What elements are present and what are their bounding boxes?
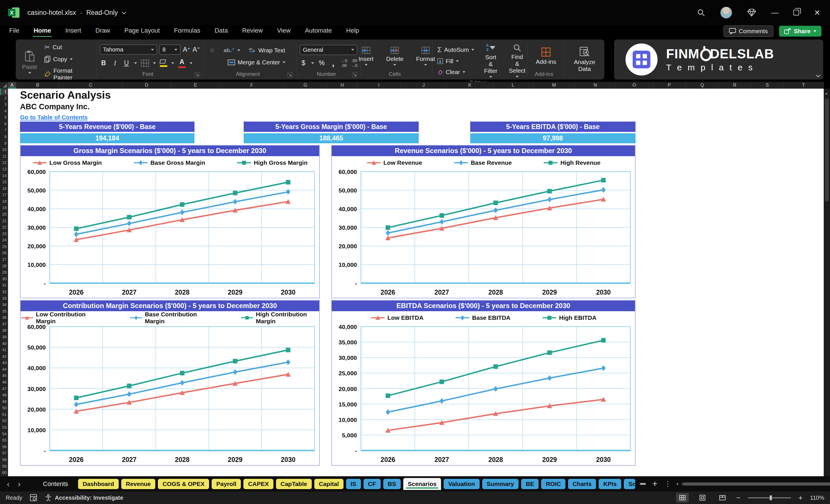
- sheet-tab-payroll[interactable]: Payroll: [212, 479, 241, 489]
- row-header-30[interactable]: 30: [0, 276, 8, 283]
- vertical-scrollbar[interactable]: [824, 89, 830, 476]
- row-header-59[interactable]: 59: [0, 463, 8, 470]
- menu-automate[interactable]: Automate: [304, 26, 332, 37]
- new-sheet-button[interactable]: +: [650, 478, 660, 489]
- fill-button[interactable]: Fill: [436, 57, 475, 65]
- row-header-9[interactable]: 9: [0, 140, 8, 147]
- menu-view[interactable]: View: [277, 26, 291, 37]
- format-painter-button[interactable]: Format Painter: [43, 66, 93, 82]
- column-header-O[interactable]: O: [616, 82, 653, 88]
- chevron-down-icon[interactable]: [122, 10, 126, 14]
- underline-dropdown-icon[interactable]: [134, 62, 137, 64]
- sheet-tab-cogs-opex[interactable]: COGS & OPEX: [158, 479, 209, 489]
- font-dialog-launcher[interactable]: ↘: [195, 72, 200, 77]
- horizontal-scroll-thumb[interactable]: [683, 482, 830, 485]
- row-header-18[interactable]: 18: [0, 198, 8, 205]
- sheet-tab-bs[interactable]: BS: [383, 479, 401, 489]
- gem-icon[interactable]: [747, 8, 756, 17]
- analyze-data-button[interactable]: Analyze Data: [571, 45, 598, 73]
- row-header-56[interactable]: 56: [0, 444, 8, 450]
- row-header-2[interactable]: 2: [0, 95, 8, 102]
- zoom-slider[interactable]: [748, 497, 791, 498]
- increase-decimal-button[interactable]: ←0 .00: [341, 58, 347, 67]
- zoom-slider-thumb[interactable]: [770, 496, 772, 500]
- sheet-tab-kpis[interactable]: KPIs: [599, 479, 621, 489]
- more-sheets-button[interactable]: •••: [638, 480, 647, 488]
- column-header-M[interactable]: M: [533, 82, 575, 88]
- sort-filter-button[interactable]: A Z Sort & Filter: [481, 42, 500, 79]
- row-header-60[interactable]: 60: [0, 470, 8, 476]
- number-dialog-launcher[interactable]: ↘: [352, 72, 357, 77]
- row-header-32[interactable]: 32: [0, 289, 8, 295]
- worksheet-canvas[interactable]: Scenario Analysis ABC Company Inc. Go to…: [8, 89, 824, 476]
- row-header-50[interactable]: 50: [0, 405, 8, 412]
- menu-data[interactable]: Data: [214, 26, 228, 37]
- sheet-tab-capex[interactable]: CAPEX: [244, 479, 273, 489]
- wrap-text-button[interactable]: ab Wrap Text: [248, 46, 286, 55]
- row-header-7[interactable]: 7: [0, 127, 8, 134]
- column-header-D[interactable]: D: [122, 82, 171, 88]
- row-header-29[interactable]: 29: [0, 270, 8, 276]
- autosum-button[interactable]: Σ AutoSum: [436, 45, 475, 55]
- number-format-select[interactable]: General: [300, 45, 357, 55]
- column-header-Q[interactable]: Q: [686, 82, 719, 88]
- user-avatar[interactable]: [720, 7, 732, 19]
- sheet-tab-is[interactable]: IS: [346, 479, 361, 489]
- vertical-scroll-thumb[interactable]: [825, 98, 829, 201]
- menu-insert[interactable]: Insert: [65, 26, 82, 37]
- row-header-57[interactable]: 57: [0, 450, 8, 457]
- row-header-25[interactable]: 25: [0, 244, 8, 250]
- chart-panel[interactable]: Revenue Scenarios ($'000) - 5 years to D…: [331, 145, 636, 298]
- sheet-tab-cf[interactable]: CF: [363, 479, 381, 489]
- column-header-P[interactable]: P: [653, 82, 686, 88]
- row-header-47[interactable]: 47: [0, 386, 8, 392]
- menu-help[interactable]: Help: [346, 26, 359, 37]
- column-header-G[interactable]: G: [283, 82, 327, 88]
- row-header-17[interactable]: 17: [0, 192, 8, 198]
- row-header-46[interactable]: 46: [0, 379, 8, 386]
- menu-file[interactable]: File: [8, 26, 20, 37]
- fill-color-button[interactable]: [160, 60, 167, 67]
- row-header-44[interactable]: 44: [0, 367, 8, 373]
- sheet-tab-roic[interactable]: ROIC: [541, 479, 566, 489]
- sheet-tab-capital[interactable]: Capital: [314, 479, 344, 489]
- row-header-52[interactable]: 52: [0, 418, 8, 424]
- prev-sheet-arrow[interactable]: ‹: [4, 480, 12, 488]
- row-header-40[interactable]: 40: [0, 341, 8, 347]
- addins-button[interactable]: Add-ins: [533, 46, 559, 66]
- chart-panel[interactable]: Gross Margin Scenarios ($'000) - 5 years…: [20, 145, 320, 298]
- font-color-dropdown-icon[interactable]: [190, 62, 192, 64]
- orientation-button[interactable]: ab⤢: [224, 47, 234, 54]
- alignment-dialog-launcher[interactable]: ↘: [287, 72, 293, 77]
- grow-font-button[interactable]: A: [183, 46, 190, 54]
- paste-button[interactable]: Paste: [19, 49, 40, 75]
- table-of-contents-link[interactable]: Go to Table of Contents: [20, 114, 88, 121]
- row-header-21[interactable]: 21: [0, 218, 8, 224]
- column-header-J[interactable]: J: [401, 82, 447, 88]
- scroll-left-icon[interactable]: [676, 482, 678, 485]
- insert-cells-button[interactable]: Insert: [355, 46, 376, 67]
- comma-style-button[interactable]: ,: [329, 58, 337, 68]
- search-icon[interactable]: [697, 8, 705, 17]
- fill-color-dropdown-icon[interactable]: [171, 62, 174, 64]
- column-header-H[interactable]: H: [327, 82, 357, 88]
- row-header-43[interactable]: 43: [0, 360, 8, 367]
- column-header-E[interactable]: E: [171, 82, 220, 88]
- currency-button[interactable]: $: [300, 59, 307, 67]
- chart-panel[interactable]: Contribution Margin Scenarios ($'000) - …: [20, 300, 320, 466]
- select-all-corner[interactable]: [0, 82, 8, 88]
- row-header-16[interactable]: 16: [0, 186, 8, 192]
- clear-button[interactable]: Clear: [436, 68, 475, 76]
- borders-dropdown-icon[interactable]: [153, 62, 156, 64]
- percent-button[interactable]: %: [318, 59, 325, 67]
- sheet-tab-revenue[interactable]: Revenue: [121, 479, 156, 489]
- row-header-34[interactable]: 34: [0, 302, 8, 308]
- shrink-font-button[interactable]: A: [192, 46, 200, 54]
- share-button[interactable]: Share: [779, 26, 822, 37]
- page-layout-view-button[interactable]: [696, 493, 709, 503]
- row-header-20[interactable]: 20: [0, 211, 8, 218]
- row-header-36[interactable]: 36: [0, 315, 8, 321]
- menu-home[interactable]: Home: [33, 26, 52, 37]
- row-header-5[interactable]: 5: [0, 115, 8, 121]
- currency-dropdown-icon[interactable]: [311, 62, 314, 64]
